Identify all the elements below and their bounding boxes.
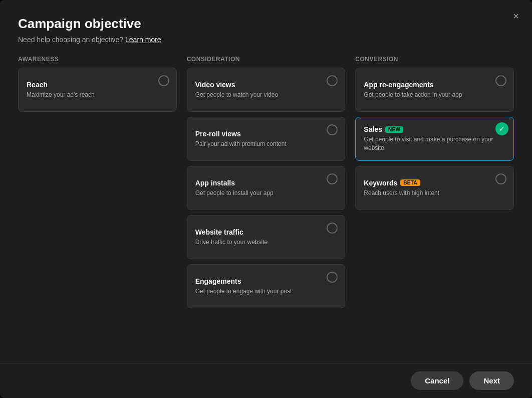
pre-roll-views-title: Pre-roll views xyxy=(195,130,337,138)
modal-header: Campaign objective Need help choosing an… xyxy=(0,0,532,52)
engagements-card[interactable]: Engagements Get people to engage with yo… xyxy=(187,264,346,308)
app-re-engagements-card[interactable]: App re-engagements Get people to take ac… xyxy=(355,68,514,112)
next-button[interactable]: Next xyxy=(469,371,514,390)
engagements-title: Engagements xyxy=(195,277,337,285)
sales-badge: NEW xyxy=(385,126,403,133)
modal-title: Campaign objective xyxy=(18,16,514,32)
reach-title: Reach xyxy=(27,81,168,89)
close-button[interactable]: × xyxy=(508,8,524,24)
learn-more-link[interactable]: Learn more xyxy=(125,36,161,44)
awareness-column-title: Awareness xyxy=(18,56,177,63)
app-re-engagements-desc: Get people to take action in your app xyxy=(364,91,505,99)
sales-desc: Get people to visit and make a purchase … xyxy=(364,135,505,152)
website-traffic-title: Website traffic xyxy=(195,228,337,236)
pre-roll-views-card[interactable]: Pre-roll views Pair your ad with premium… xyxy=(187,117,346,161)
engagements-desc: Get people to engage with your post xyxy=(195,287,337,296)
app-re-engagements-radio xyxy=(495,75,506,86)
consideration-column: Consideration Video views Get people to … xyxy=(187,56,346,313)
app-installs-title: App installs xyxy=(195,179,337,187)
reach-card[interactable]: Reach Maximize your ad's reach xyxy=(18,68,177,112)
subtitle-text: Need help choosing an objective? xyxy=(18,36,123,44)
keywords-desc: Reach users with high intent xyxy=(364,189,505,197)
conversion-column-title: Conversion xyxy=(355,56,514,63)
website-traffic-card[interactable]: Website traffic Drive traffic to your we… xyxy=(187,215,346,259)
keywords-badge: BETA xyxy=(400,179,420,186)
sales-title: Sales NEW xyxy=(364,125,505,133)
campaign-objective-modal: × Campaign objective Need help choosing … xyxy=(0,0,532,398)
video-views-desc: Get people to watch your video xyxy=(195,91,337,99)
keywords-title: Keywords BETA xyxy=(364,179,505,187)
awareness-column: Awareness Reach Maximize your ad's reach xyxy=(18,56,177,313)
consideration-column-title: Consideration xyxy=(187,56,346,63)
sales-radio-selected: ✓ xyxy=(495,122,508,135)
app-installs-card[interactable]: App installs Get people to install your … xyxy=(187,166,346,210)
cancel-button[interactable]: Cancel xyxy=(411,371,463,390)
sales-card[interactable]: Sales NEW Get people to visit and make a… xyxy=(355,117,514,161)
modal-overlay: × Campaign objective Need help choosing … xyxy=(0,0,532,398)
app-re-engagements-title: App re-engagements xyxy=(364,81,505,89)
video-views-title: Video views xyxy=(195,81,337,89)
modal-footer: Cancel Next xyxy=(0,363,532,398)
website-traffic-desc: Drive traffic to your website xyxy=(195,238,337,247)
keywords-radio xyxy=(495,173,506,184)
video-views-card[interactable]: Video views Get people to watch your vid… xyxy=(187,68,346,112)
keywords-card[interactable]: Keywords BETA Reach users with high inte… xyxy=(355,166,514,210)
columns-grid: Awareness Reach Maximize your ad's reach… xyxy=(18,56,514,313)
reach-desc: Maximize your ad's reach xyxy=(27,91,168,99)
conversion-column: Conversion App re-engagements Get people… xyxy=(355,56,514,313)
modal-body: Awareness Reach Maximize your ad's reach… xyxy=(0,52,532,363)
reach-radio xyxy=(158,75,169,86)
modal-subtitle: Need help choosing an objective? Learn m… xyxy=(18,36,514,44)
app-installs-desc: Get people to install your app xyxy=(195,189,337,197)
pre-roll-views-desc: Pair your ad with premium content xyxy=(195,140,337,148)
